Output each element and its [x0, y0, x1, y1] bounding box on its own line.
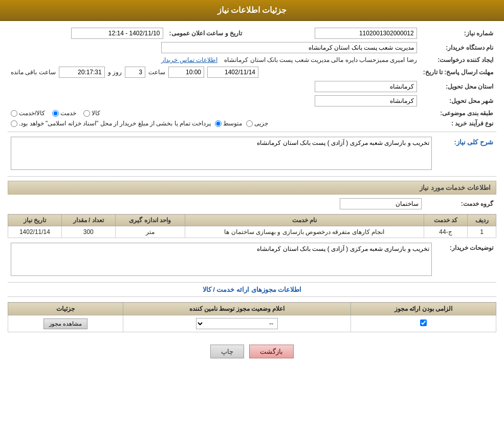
- category-radios: کالا/خدمت خدمت کالا: [8, 108, 420, 118]
- radio-other-label: پرداخت تمام یا بخشی از مبلغ خریدار از مح…: [19, 120, 211, 127]
- footer-buttons: بازگشت چاپ: [8, 337, 496, 364]
- buyer-org-input[interactable]: [161, 42, 417, 53]
- cell-date: 1402/11/14: [8, 226, 62, 238]
- cell-row-num: 1: [468, 226, 496, 238]
- deadline-days-label: روز و: [108, 69, 122, 76]
- deadline-time-label: ساعت: [148, 69, 165, 76]
- deadline-date-input[interactable]: [207, 67, 258, 78]
- need-number-input[interactable]: [315, 28, 417, 39]
- view-permit-button[interactable]: مشاهده مجوز: [43, 318, 87, 329]
- service-group-value: [8, 197, 425, 211]
- city-value: [8, 94, 420, 108]
- permissions-section: الزامی بودن ارائه مجوز اعلام وضعیت مجوز …: [8, 302, 496, 332]
- col-unit: واحد اندازه گیری: [115, 215, 185, 226]
- main-info-table: شماره نیاز: تاریخ و ساعت اعلان عمومی: نا…: [8, 26, 496, 129]
- requester-text: رضا امیری ممیزحساب دایره مالی مدیریت شعب…: [224, 56, 417, 63]
- col-quantity: تعداد / مقدار: [61, 215, 115, 226]
- deadline-remaining-label: ساعت باقی مانده: [11, 69, 56, 76]
- need-desc-section-title: شرح کلی نیاز:: [454, 136, 493, 148]
- radio-jozi-label: جزیی: [254, 120, 268, 127]
- radio-other[interactable]: پرداخت تمام یا بخشی از مبلغ خریدار از مح…: [11, 120, 211, 127]
- radio-jozi[interactable]: جزیی: [246, 120, 268, 127]
- perm-col-status: اعلام وضعیت مجوز توسط نامین کننده: [123, 303, 351, 315]
- contact-link[interactable]: اطلاعات تماس خریدار: [161, 56, 217, 63]
- page-wrapper: جزئیات اطلاعات نیاز شماره نیاز: تاریخ و …: [0, 0, 504, 448]
- permissions-table: الزامی بودن ارائه مجوز اعلام وضعیت مجوز …: [8, 302, 496, 332]
- service-group-table: گروه خدمت:: [8, 197, 496, 211]
- province-input[interactable]: [315, 81, 417, 92]
- buyer-desc-textarea[interactable]: تخریب و بازسازی شعبه مرکزی ( آزادی ) پست…: [11, 243, 432, 276]
- announce-datetime-input[interactable]: [71, 28, 163, 39]
- perm-status-cell: --: [123, 315, 351, 332]
- announce-datetime-value: [8, 26, 166, 40]
- need-desc-label: شرح کلی نیاز:: [435, 135, 496, 173]
- radio-kala-khadamat[interactable]: کالا/خدمت: [11, 110, 45, 117]
- radio-jozi-input[interactable]: [246, 120, 253, 127]
- cell-service-code: ج-44: [424, 226, 467, 238]
- perm-details-cell: مشاهده مجوز: [8, 315, 123, 332]
- category-label: طبقه بندی موضوعی:: [420, 108, 496, 118]
- province-value: [8, 79, 420, 94]
- services-section-title: اطلاعات خدمات مورد نیاز: [8, 181, 496, 195]
- divider-3: [8, 282, 496, 283]
- radio-khadamat-label: خدمت: [60, 110, 76, 117]
- city-label: شهر محل تحویل:: [420, 94, 496, 108]
- radio-kala-input[interactable]: [83, 110, 90, 117]
- perm-status-select[interactable]: --: [196, 318, 278, 329]
- cell-quantity: 300: [61, 226, 115, 238]
- radio-motavaset-input[interactable]: [215, 120, 222, 127]
- deadline-label: مهلت ارسال پاسخ: تا تاریخ:: [420, 65, 496, 79]
- divider-4: [8, 296, 496, 297]
- need-desc-value: تخریب و بازسازی شعبه مرکزی ( آزادی ) پست…: [8, 135, 435, 173]
- need-number-label: شماره نیاز:: [420, 26, 496, 40]
- requester-value: رضا امیری ممیزحساب دایره مالی مدیریت شعب…: [8, 55, 420, 65]
- city-input[interactable]: [315, 95, 417, 106]
- content-area: شماره نیاز: تاریخ و ساعت اعلان عمومی: نا…: [0, 21, 504, 369]
- radio-motavaset-label: متوسط: [223, 120, 242, 127]
- print-button[interactable]: چاپ: [210, 345, 244, 358]
- province-label: استان محل تحویل:: [420, 79, 496, 94]
- service-group-input[interactable]: [340, 198, 422, 209]
- radio-kala-khadamat-label: کالا/خدمت: [19, 110, 45, 117]
- buyer-desc-value: تخریب و بازسازی شعبه مرکزی ( آزادی ) پست…: [8, 241, 435, 279]
- col-service-name: نام خدمت: [185, 215, 424, 226]
- deadline-time-input[interactable]: [168, 67, 204, 78]
- radio-kala[interactable]: کالا: [83, 110, 100, 117]
- services-table: ردیف کد خدمت نام خدمت واحد اندازه گیری ت…: [8, 214, 496, 238]
- service-group-label: گروه خدمت:: [425, 197, 496, 211]
- deadline-days-input[interactable]: [125, 67, 145, 78]
- col-date: تاریخ نیاز: [8, 215, 62, 226]
- radio-khadamat-input[interactable]: [52, 110, 59, 117]
- radio-kala-khadamat-input[interactable]: [11, 110, 17, 117]
- perm-col-details: جزئیات: [8, 303, 123, 315]
- buyer-org-value: [8, 40, 420, 55]
- title-text: جزئیات اطلاعات نیاز: [217, 6, 287, 14]
- perm-required-cell: [351, 315, 496, 332]
- col-row-num: ردیف: [468, 215, 496, 226]
- perm-table-row: -- مشاهده مجوز: [8, 315, 496, 332]
- deadline-row: ساعت باقی مانده روز و ساعت: [8, 65, 420, 79]
- page-title: جزئیات اطلاعات نیاز: [0, 0, 504, 21]
- cell-unit: متر: [115, 226, 185, 238]
- back-button[interactable]: بازگشت: [249, 345, 294, 358]
- divider-2: [8, 176, 496, 177]
- radio-khadamat[interactable]: خدمت: [52, 110, 76, 117]
- purchase-type-radios: پرداخت تمام یا بخشی از مبلغ خریدار از مح…: [8, 118, 420, 129]
- buyer-desc-table: توضیحات خریدار: تخریب و بازسازی شعبه مرک…: [8, 241, 496, 279]
- radio-motavaset[interactable]: متوسط: [215, 120, 242, 127]
- announce-datetime-label: تاریخ و ساعت اعلان عمومی:: [166, 26, 245, 40]
- buyer-desc-label: توضیحات خریدار:: [435, 241, 496, 279]
- cell-service-name: انجام کارهای متفرقه درخصوص بازسازی و بهس…: [185, 226, 424, 238]
- need-desc-textarea[interactable]: تخریب و بازسازی شعبه مرکزی ( آزادی ) پست…: [11, 137, 432, 170]
- divider-1: [8, 132, 496, 132]
- requester-label: ایجاد کننده درخواست:: [420, 55, 496, 65]
- col-service-code: کد خدمت: [424, 215, 467, 226]
- radio-other-input[interactable]: [11, 120, 17, 127]
- deadline-remaining-time-input[interactable]: [59, 67, 105, 78]
- perm-required-checkbox[interactable]: [420, 319, 427, 326]
- need-number-value: [245, 26, 420, 40]
- need-description-table: شرح کلی نیاز: تخریب و بازسازی شعبه مرکزی…: [8, 135, 496, 173]
- permissions-section-title: اطلاعات مجوزهای ارائه خدمت / کالا: [8, 286, 496, 293]
- radio-kala-label: کالا: [92, 110, 100, 117]
- purchase-type-label: نوع فرآیند خرید :: [420, 118, 496, 129]
